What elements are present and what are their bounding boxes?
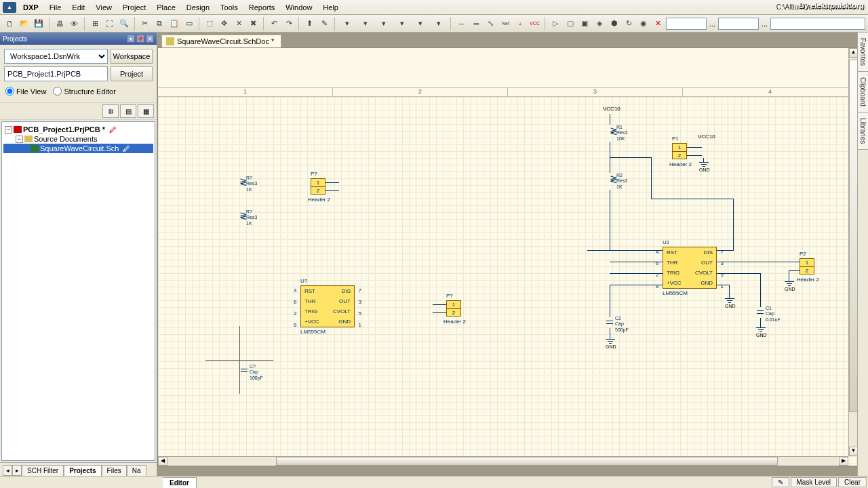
tb-vcc[interactable]: VCC — [528, 16, 542, 31]
tab-sch-filter[interactable]: SCH Filter — [22, 465, 64, 476]
sidetab-favorites[interactable]: Favorites — [858, 33, 868, 72]
menu-design[interactable]: Design — [181, 2, 215, 13]
tb-select[interactable]: ⬚ — [203, 16, 217, 31]
filter-input-3[interactable] — [770, 18, 865, 30]
tb-move[interactable]: ✥ — [217, 16, 231, 31]
tb-port[interactable]: ◈ — [593, 16, 607, 31]
comp-r1[interactable]: ≷ R1Res310K — [610, 126, 615, 141]
comp-c2[interactable]: C2Cap500pF — [606, 317, 613, 328]
project-tree[interactable]: − PCB_Project1.PrjPCB * 🖉 − Source Docum… — [1, 121, 155, 461]
tb-paste[interactable]: 📋 — [167, 16, 182, 31]
tb-new[interactable]: 🗋 — [3, 16, 17, 31]
tabs-scroll-left[interactable]: ◂ — [3, 465, 12, 476]
menu-window[interactable]: Window — [280, 2, 317, 13]
file-view-radio[interactable]: File View — [5, 87, 46, 96]
tb-open[interactable]: 📂 — [18, 16, 32, 31]
vscrollbar[interactable]: ▲ ▼ — [848, 48, 858, 456]
tb-part[interactable]: ▷ — [549, 16, 563, 31]
tb-zoom-sel[interactable]: 🔍 — [117, 16, 132, 31]
menu-tools[interactable]: Tools — [215, 2, 243, 13]
tabs-scroll-right[interactable]: ▸ — [12, 465, 22, 476]
tb-hier-dn[interactable]: ✎ — [317, 16, 332, 31]
menu-project[interactable]: Project — [117, 2, 151, 13]
tb-align-mode3[interactable]: ▾ — [393, 16, 411, 31]
tb-redo[interactable]: ↷ — [282, 16, 296, 31]
gnd-u1[interactable]: GND — [725, 298, 734, 305]
status-clear[interactable]: Clear — [838, 477, 867, 487]
tb-harness[interactable]: ⬢ — [607, 16, 621, 31]
tb-sheet[interactable]: ▢ — [564, 16, 578, 31]
tb-save[interactable]: 💾 — [32, 16, 46, 31]
tb-copy[interactable]: ⧉ — [153, 16, 167, 31]
tb-print[interactable]: 🖶 — [53, 16, 67, 31]
schematic-canvas[interactable]: 1234 ≷ R?Res31K ≷ R?Res31K P? 12 H — [157, 47, 859, 466]
filter-input-2[interactable] — [718, 18, 759, 30]
panel-tool-3[interactable]: ▦ — [138, 104, 154, 118]
comp-r-bot[interactable]: ≷ R?Res31K — [239, 211, 245, 226]
menu-file[interactable]: File — [44, 2, 67, 13]
comp-header-p2[interactable]: P2 12 Header 2 — [800, 258, 814, 274]
net-vcc10-b[interactable]: VCC10 — [698, 134, 715, 140]
menu-dxp[interactable]: DXP — [18, 2, 44, 13]
menu-edit[interactable]: Edit — [66, 2, 90, 13]
tb-cross[interactable]: ↻ — [622, 16, 636, 31]
gnd-c2[interactable]: GND — [606, 339, 615, 346]
comp-header-p1[interactable]: P1 12 Header 2 — [672, 143, 687, 159]
workspace-select[interactable]: Workspace1.DsnWrk — [4, 49, 108, 64]
status-tab-editor[interactable]: Editor — [163, 477, 197, 488]
tab-projects[interactable]: Projects — [64, 465, 101, 476]
tb-probe[interactable]: ◉ — [636, 16, 650, 31]
comp-cap-cursor[interactable]: C?Cap100pF — [241, 365, 248, 376]
status-masklevel[interactable]: Mask Level — [791, 477, 837, 487]
tb-align-mode4[interactable]: ▾ — [412, 16, 429, 31]
tb-cut[interactable]: ✂ — [138, 16, 153, 31]
menu-place[interactable]: Place — [151, 2, 181, 13]
tree-sourcedocs[interactable]: − Source Documents — [3, 134, 153, 144]
tree-project[interactable]: − PCB_Project1.PrjPCB * 🖉 — [3, 125, 153, 134]
tb-sheetentry[interactable]: ▣ — [578, 16, 592, 31]
net-vcc10-a[interactable]: VCC10 — [603, 106, 620, 112]
menu-reports[interactable]: Reports — [243, 2, 281, 13]
comp-header-p-mid[interactable]: P? 12 Header 2 — [446, 300, 461, 317]
tb-noerc[interactable]: ✕ — [651, 16, 665, 31]
tb-zoom-area[interactable]: ⊞ — [88, 16, 102, 31]
tb-busentry[interactable]: ⤡ — [484, 16, 498, 31]
gnd-p1[interactable]: GND — [699, 162, 709, 169]
panel-autohide-icon[interactable]: ▾ — [127, 35, 135, 43]
comp-ic-right[interactable]: U1 RSTDIS THROUT TRIGCVOLT +VCCGND LM555… — [663, 247, 717, 289]
tree-schdoc[interactable]: SquareWaveCircuit.Sch 🖉 — [3, 144, 153, 153]
comp-ic-left[interactable]: U? RSTDIS THROUT TRIGCVOLT +VCCGND LM555… — [300, 285, 355, 327]
sidetab-libraries[interactable]: Libraries — [858, 113, 868, 150]
hscrollbar[interactable]: ◀ ▶ — [158, 456, 848, 466]
tb-align-mode[interactable]: ▾ — [357, 16, 374, 31]
menu-help[interactable]: Help — [317, 2, 344, 13]
tb-power[interactable]: ⏚ — [513, 16, 528, 31]
document-tab[interactable]: SquareWaveCircuit.SchDoc * — [161, 35, 281, 47]
comp-header-p-left[interactable]: P? 12 Header 2 — [311, 178, 326, 195]
gnd-c1[interactable]: GND — [756, 327, 766, 334]
gnd-p2[interactable]: GND — [785, 281, 794, 288]
panel-close-icon[interactable]: ✕ — [146, 35, 154, 43]
comp-c1[interactable]: C1Cap0.01uF — [757, 307, 764, 318]
menu-view[interactable]: View — [90, 2, 117, 13]
tb-preview[interactable]: 👁 — [67, 16, 81, 31]
project-field[interactable] — [4, 66, 108, 81]
status-tool-icon[interactable]: ✎ — [772, 477, 789, 487]
structure-editor-radio[interactable]: Structure Editor — [53, 87, 115, 96]
tb-wire[interactable]: ─ — [454, 16, 469, 31]
tb-align-mode2[interactable]: ▾ — [375, 16, 393, 31]
panel-tool-1[interactable]: ⚙ — [102, 104, 119, 118]
tb-grid-mode[interactable]: ▾ — [430, 16, 448, 31]
tb-hier-up[interactable]: ⬆ — [302, 16, 317, 31]
tb-bus[interactable]: ═ — [469, 16, 484, 31]
project-button[interactable]: Project — [111, 66, 153, 81]
comp-r2[interactable]: ≷ R2Res31K — [610, 174, 615, 189]
panel-pin-icon[interactable]: 📌 — [136, 35, 144, 43]
tb-rubber[interactable]: ▭ — [182, 16, 196, 31]
workspace-button[interactable]: Workspace — [111, 49, 153, 64]
tb-sel-mode[interactable]: ▾ — [338, 16, 355, 31]
tb-netlabel[interactable]: Net — [498, 16, 513, 31]
tb-zoom-fit[interactable]: ⛶ — [102, 16, 117, 31]
panel-tool-2[interactable]: ▤ — [120, 104, 136, 118]
tb-deselect[interactable]: ✕ — [232, 16, 246, 31]
